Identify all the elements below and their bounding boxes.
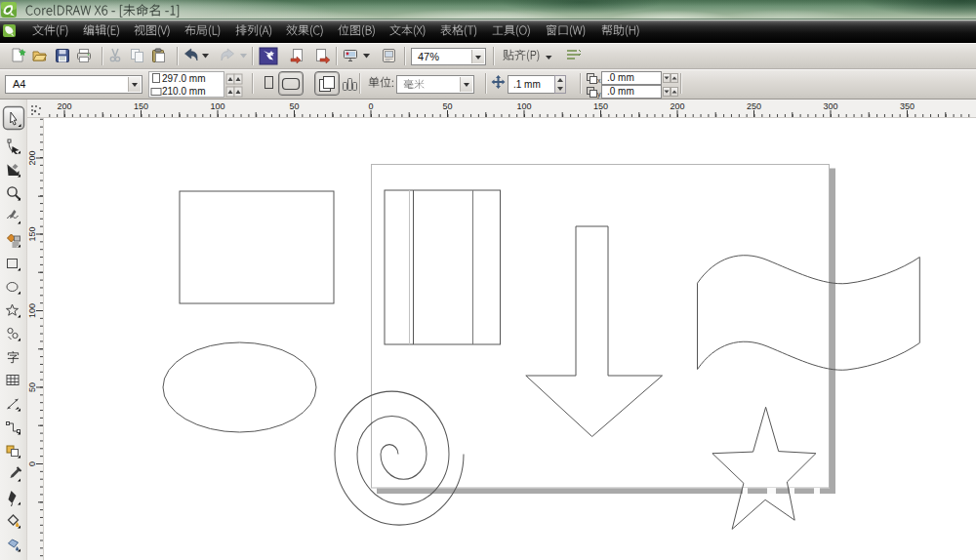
svg-text:50: 50: [289, 101, 299, 111]
svg-text:150: 150: [134, 101, 148, 111]
svg-text:300: 300: [823, 101, 837, 111]
svg-text:350: 350: [900, 101, 915, 111]
svg-text:150: 150: [27, 226, 37, 241]
svg-text:50: 50: [442, 101, 452, 111]
svg-text:150: 150: [593, 101, 608, 111]
svg-text:100: 100: [210, 101, 224, 111]
svg-text:100: 100: [27, 303, 37, 318]
svg-text:50: 50: [27, 382, 37, 392]
svg-text:0: 0: [27, 461, 37, 466]
svg-text:200: 200: [27, 150, 37, 165]
svg-text:y: y: [597, 91, 601, 99]
svg-text:200: 200: [670, 101, 684, 111]
svg-text:x: x: [597, 77, 601, 84]
svg-text:250: 250: [747, 101, 761, 111]
svg-text:100: 100: [516, 101, 531, 111]
svg-text:200: 200: [57, 101, 71, 111]
svg-text:0: 0: [368, 101, 373, 111]
